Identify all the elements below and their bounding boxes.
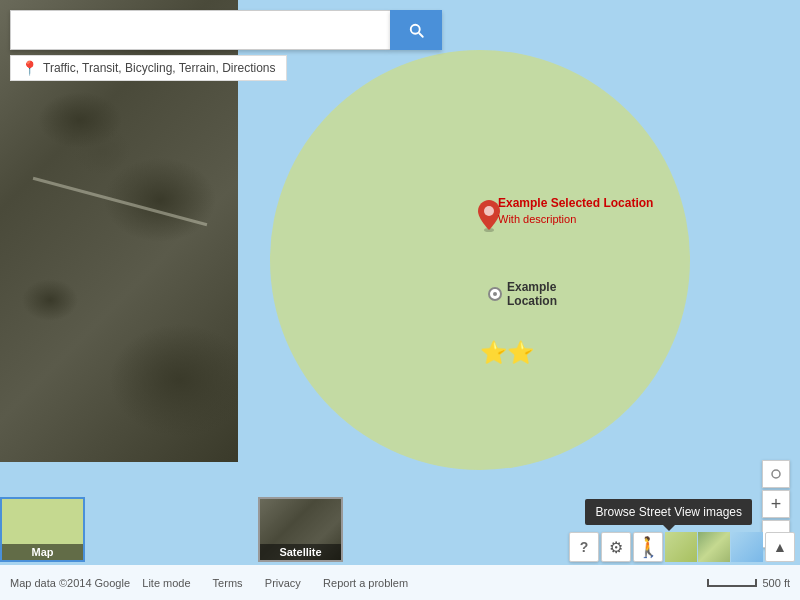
map-type-map-label: Map [2,544,83,560]
map-container: 📍 Traffic, Transit, Bicycling, Terrain, … [0,0,800,600]
marker-selected-label: Example Selected Location With descripti… [498,195,653,227]
marker-pin-icon [478,200,500,232]
streetview-tooltip: Browse Street View images [585,499,752,525]
simple-marker[interactable]: ExampleLocation [488,280,557,308]
scale-label: 500 ft [762,577,790,589]
pegman-button[interactable]: 🚶 [633,532,663,562]
search-icon [407,21,425,39]
layers-hint[interactable]: 📍 Traffic, Transit, Bicycling, Terrain, … [10,55,287,81]
data-credit: Map data ©2014 Google [10,577,130,589]
map-type-switcher: Map [0,497,85,562]
help-button[interactable]: ? [569,532,599,562]
marker-dot [488,287,502,301]
privacy-link[interactable]: Privacy [265,577,301,589]
gear-icon: ⚙ [609,538,623,557]
bottom-bar-text: Map data ©2014 Google Lite mode Terms Pr… [10,577,707,589]
search-input-wrapper [10,10,390,50]
simple-marker-label: ExampleLocation [507,280,557,308]
svg-point-1 [484,206,494,216]
up-arrow-icon: ▲ [773,539,787,555]
search-bar [10,10,442,50]
map-type-map-btn[interactable]: Map [0,497,85,562]
scale-bar: 500 ft [707,577,790,589]
layers-pin-icon: 📍 [21,60,38,76]
map-style-plain[interactable] [665,532,697,562]
search-button[interactable] [390,10,442,50]
bottom-bar: Map data ©2014 Google Lite mode Terms Pr… [0,565,800,600]
question-icon: ? [580,539,589,555]
zoom-in-button[interactable]: + [762,490,790,518]
lite-mode-link[interactable]: Lite mode [142,577,190,589]
marker-description: With description [498,212,653,227]
expand-button[interactable]: ▲ [765,532,795,562]
map-style-row [665,532,763,562]
satellite-type-btn[interactable]: Satellite [258,497,343,562]
dot-icon [771,469,781,479]
report-link[interactable]: Report a problem [323,577,408,589]
terms-link[interactable]: Terms [213,577,243,589]
search-input[interactable] [21,22,380,39]
scale-line [707,579,757,587]
layers-hint-text: Traffic, Transit, Bicycling, Terrain, Di… [43,61,276,75]
pegman-icon: 🚶 [636,535,661,559]
bottom-toolbar: ? ⚙ 🚶 ▲ [569,532,800,562]
map-circle-region [270,50,690,470]
marker-dot-inner [493,292,497,296]
stars: ⭐⭐ [480,340,534,366]
marker-title: Example Selected Location [498,195,653,212]
svg-point-2 [772,470,780,478]
map-dot-btn[interactable] [762,460,790,488]
map-style-satellite[interactable] [731,532,763,562]
map-style-terrain[interactable] [698,532,730,562]
satellite-thumb-label: Satellite [260,544,341,560]
settings-button[interactable]: ⚙ [601,532,631,562]
selected-marker[interactable]: Example Selected Location With descripti… [478,200,500,236]
